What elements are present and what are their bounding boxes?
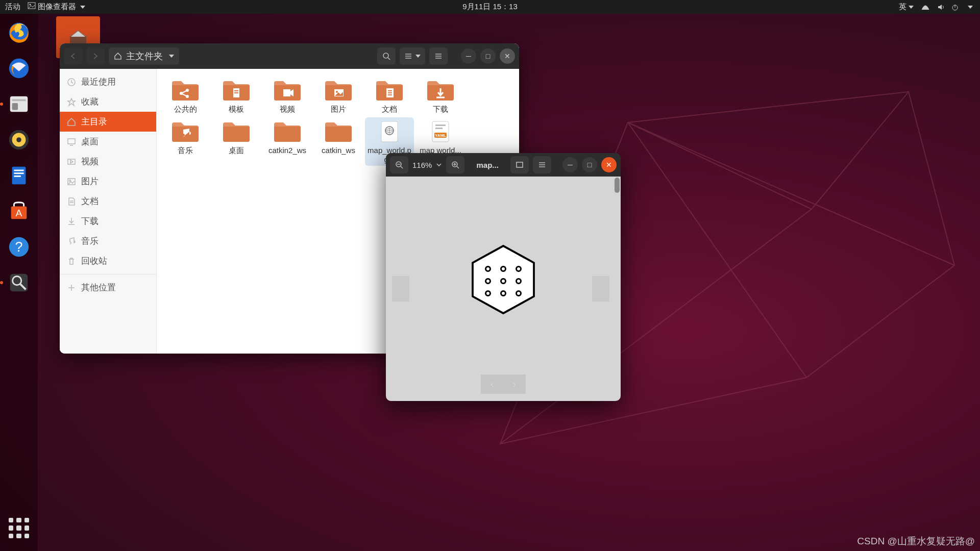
chevron-down-icon xyxy=(169,55,174,58)
app-menu[interactable]: 图像查看器 xyxy=(28,2,85,12)
sidebar-item-plus[interactable]: 其他位置 xyxy=(60,278,156,297)
svg-rect-7 xyxy=(12,99,26,101)
file-label: 音乐 xyxy=(178,146,193,155)
svg-rect-63 xyxy=(435,128,443,129)
sidebar-item-desktop[interactable]: 桌面 xyxy=(60,132,156,152)
nav-back-button[interactable] xyxy=(64,47,82,65)
dock-image-viewer[interactable] xyxy=(3,267,35,298)
app-menu-label: 图像查看器 xyxy=(38,2,76,11)
home-icon xyxy=(67,117,76,127)
folder-item[interactable]: 视频 xyxy=(263,76,312,115)
zoom-in-button[interactable] xyxy=(446,156,464,173)
svg-line-70 xyxy=(457,166,459,168)
sidebar-item-music[interactable]: 音乐 xyxy=(60,231,156,251)
search-button[interactable] xyxy=(377,47,396,65)
home-icon xyxy=(114,52,122,60)
sidebar-item-label: 回收站 xyxy=(81,255,107,267)
file-label: 下载 xyxy=(433,105,448,113)
scrollbar[interactable] xyxy=(615,178,620,193)
viewer-canvas[interactable]: ‹ › xyxy=(386,177,621,401)
close-button[interactable]: ✕ xyxy=(601,157,617,172)
folder-item[interactable]: 图片 xyxy=(314,76,363,115)
plus-icon xyxy=(67,283,76,292)
activities-button[interactable]: 活动 xyxy=(5,2,20,12)
minimize-button[interactable]: ─ xyxy=(562,157,578,172)
dock-writer[interactable] xyxy=(3,160,35,191)
svg-rect-32 xyxy=(68,139,75,144)
dock-thunderbird[interactable] xyxy=(3,53,35,84)
file-label: 桌面 xyxy=(229,146,244,155)
svg-rect-14 xyxy=(14,172,23,174)
viewer-title: map... xyxy=(469,161,506,169)
sidebar-item-download[interactable]: 下载 xyxy=(60,211,156,231)
folder-item[interactable]: 音乐 xyxy=(161,117,210,166)
svg-rect-8 xyxy=(12,103,18,110)
zoom-out-button[interactable] xyxy=(390,156,408,173)
next-image-overlay[interactable] xyxy=(592,276,609,302)
sidebar-item-trash[interactable]: 回收站 xyxy=(60,251,156,271)
file-label: 文档 xyxy=(382,105,397,113)
download-icon xyxy=(67,217,76,226)
nav-forward-button[interactable] xyxy=(86,47,105,65)
file-label: 模板 xyxy=(229,105,244,113)
svg-point-1 xyxy=(30,4,31,6)
file-label: 图片 xyxy=(331,105,346,113)
sidebar-item-label: 下载 xyxy=(81,215,99,227)
sidebar-item-star[interactable]: 收藏 xyxy=(60,92,156,112)
file-label: catkin_ws xyxy=(322,146,355,155)
maximize-button[interactable]: □ xyxy=(480,48,496,64)
ime-indicator[interactable]: 英 xyxy=(899,2,914,12)
svg-rect-46 xyxy=(234,90,238,91)
trash-icon xyxy=(67,257,76,266)
sidebar-item-video[interactable]: 视频 xyxy=(60,152,156,171)
folder-item[interactable]: 公共的 xyxy=(161,76,210,115)
network-icon[interactable] xyxy=(921,4,930,11)
view-toggle-button[interactable] xyxy=(400,47,425,65)
dock-rhythmbox[interactable] xyxy=(3,124,35,156)
dock-show-apps[interactable] xyxy=(3,512,35,544)
dock: A ? xyxy=(0,14,38,551)
close-button[interactable]: ✕ xyxy=(500,48,515,64)
image-viewer-app-icon xyxy=(28,2,36,9)
star-icon xyxy=(67,97,76,107)
dock-files[interactable] xyxy=(3,88,35,120)
fullscreen-button[interactable] xyxy=(510,156,529,173)
dock-help[interactable]: ? xyxy=(3,231,35,263)
video-icon xyxy=(67,157,76,166)
folder-item[interactable]: 下载 xyxy=(416,76,465,115)
prev-image-overlay[interactable] xyxy=(392,276,409,302)
volume-icon[interactable] xyxy=(937,4,944,11)
next-button[interactable]: › xyxy=(503,374,526,394)
dock-firefox[interactable] xyxy=(3,17,35,48)
clock[interactable]: 9月11日 15：13 xyxy=(462,2,518,12)
sidebar-item-label: 视频 xyxy=(81,156,99,167)
sidebar-item-home[interactable]: 主目录 xyxy=(60,112,156,132)
music-icon xyxy=(67,237,76,246)
prev-button[interactable]: ‹ xyxy=(481,374,503,394)
sidebar-item-doc[interactable]: 文档 xyxy=(60,191,156,211)
svg-point-11 xyxy=(16,137,21,142)
svg-line-66 xyxy=(401,166,403,168)
svg-point-42 xyxy=(180,92,183,95)
folder-item[interactable]: catkin_ws xyxy=(314,117,363,166)
image-icon xyxy=(67,177,76,186)
path-bar[interactable]: 主文件夹 xyxy=(109,47,179,65)
maximize-button[interactable]: □ xyxy=(582,157,597,172)
nav-overlay: ‹ › xyxy=(481,374,526,394)
zoom-level: 116% xyxy=(412,161,432,169)
hamburger-menu-button[interactable] xyxy=(533,156,551,173)
hamburger-menu-button[interactable] xyxy=(429,47,448,65)
folder-item[interactable]: 桌面 xyxy=(212,117,261,166)
system-menu-chevron-icon[interactable] xyxy=(968,6,973,9)
svg-rect-15 xyxy=(14,176,20,177)
dock-software[interactable]: A xyxy=(3,195,35,227)
power-icon[interactable] xyxy=(951,4,959,11)
sidebar-item-label: 主目录 xyxy=(81,116,107,128)
folder-item[interactable]: 模板 xyxy=(212,76,261,115)
folder-item[interactable]: 文档 xyxy=(365,76,414,115)
folder-item[interactable]: catkin2_ws xyxy=(263,117,312,166)
minimize-button[interactable]: ─ xyxy=(461,48,476,64)
sidebar-item-clock[interactable]: 最近使用 xyxy=(60,72,156,92)
chevron-down-icon[interactable] xyxy=(436,162,442,168)
sidebar-item-image[interactable]: 图片 xyxy=(60,171,156,191)
